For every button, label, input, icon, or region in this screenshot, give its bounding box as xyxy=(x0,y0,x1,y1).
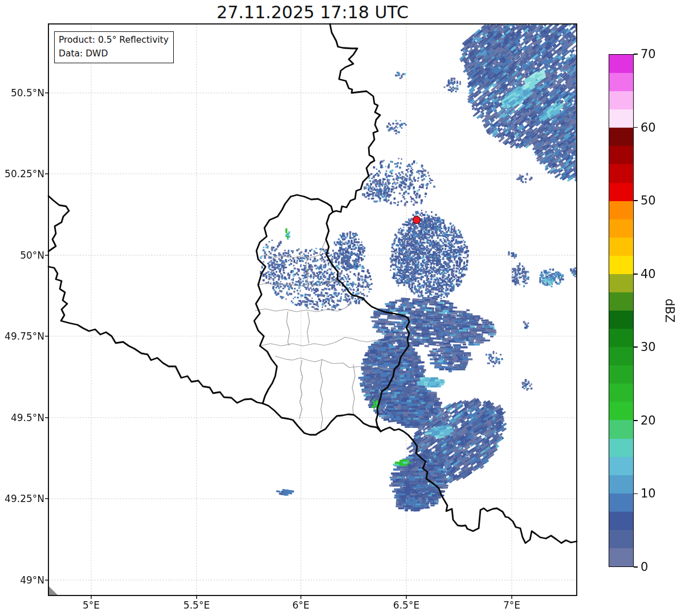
y-tick-label: 50.25°N xyxy=(0,168,44,180)
colorbar-segment xyxy=(609,529,633,548)
y-tick-label: 49°N xyxy=(0,574,44,586)
x-tick-label: 7°E xyxy=(486,599,537,611)
colorbar-tick xyxy=(634,127,638,128)
colorbar-segment xyxy=(609,311,633,329)
colorbar-segment xyxy=(609,438,633,457)
colorbar-tick xyxy=(634,274,638,275)
colorbar-segment xyxy=(609,475,633,493)
colorbar-tick-label: 0 xyxy=(641,559,648,575)
colorbar-segment xyxy=(609,329,633,348)
colorbar-tick xyxy=(634,493,638,495)
colorbar-segment xyxy=(609,402,633,421)
colorbar-segment xyxy=(609,91,633,110)
x-tick-label: 6°E xyxy=(275,599,327,611)
colorbar-segment xyxy=(609,255,633,274)
radar-site-marker xyxy=(413,217,421,224)
y-tick-label: 50°N xyxy=(0,249,44,262)
info-box-data-line: Data: DWD xyxy=(59,47,169,60)
colorbar-segment xyxy=(609,420,633,439)
colorbar-segment xyxy=(609,456,633,475)
info-box: Product: 0.5° Reflectivity Data: DWD xyxy=(54,31,174,63)
colorbar-segment xyxy=(609,73,633,92)
info-box-product-line: Product: 0.5° Reflectivity xyxy=(59,33,169,47)
x-tick-label: 5°E xyxy=(66,599,117,611)
colorbar-tick-label: 40 xyxy=(641,266,656,282)
colorbar-segment xyxy=(609,384,633,402)
colorbar-segment xyxy=(609,182,633,201)
x-tick-label: 5.5°E xyxy=(171,599,222,611)
colorbar-segment xyxy=(609,511,633,530)
colorbar-tick-label: 30 xyxy=(641,339,656,355)
colorbar-segment xyxy=(609,493,633,512)
colorbar-tick-label: 60 xyxy=(641,120,656,136)
y-tick-label: 49.5°N xyxy=(0,411,44,424)
colorbar-tick-label: 10 xyxy=(641,486,656,501)
colorbar-segment xyxy=(609,274,633,292)
colorbar-segment xyxy=(609,237,633,256)
colorbar-segment xyxy=(609,109,633,128)
radar-map-figure: 27.11.2025 17:18 UTC Product: 0.5° Refle… xyxy=(0,0,685,616)
colorbar-segment xyxy=(609,548,633,566)
colorbar-segment xyxy=(609,128,633,146)
colorbar-tick xyxy=(634,200,638,201)
y-tick-label: 49.25°N xyxy=(0,492,44,505)
x-tick-label: 6.5°E xyxy=(381,599,432,611)
colorbar-unit-label: dBZ xyxy=(662,291,678,331)
map-borders-svg xyxy=(0,0,685,616)
y-tick-label: 49.75°N xyxy=(0,330,44,342)
colorbar-tick xyxy=(634,566,638,568)
colorbar-tick xyxy=(634,54,638,55)
colorbar-segment xyxy=(609,146,633,165)
colorbar-tick-label: 20 xyxy=(641,413,656,429)
colorbar-segment xyxy=(609,365,633,384)
colorbar-segment xyxy=(609,164,633,183)
colorbar-segment xyxy=(609,55,633,74)
colorbar-segment xyxy=(609,292,633,311)
y-tick-label: 50.5°N xyxy=(0,87,44,99)
colorbar-tick xyxy=(634,346,638,348)
colorbar-tick-label: 70 xyxy=(641,46,656,62)
colorbar xyxy=(609,54,634,567)
colorbar-tick-label: 50 xyxy=(641,193,656,209)
colorbar-segment xyxy=(609,201,633,219)
colorbar-tick xyxy=(634,420,638,421)
colorbar-segment xyxy=(609,347,633,366)
colorbar-segment xyxy=(609,219,633,238)
